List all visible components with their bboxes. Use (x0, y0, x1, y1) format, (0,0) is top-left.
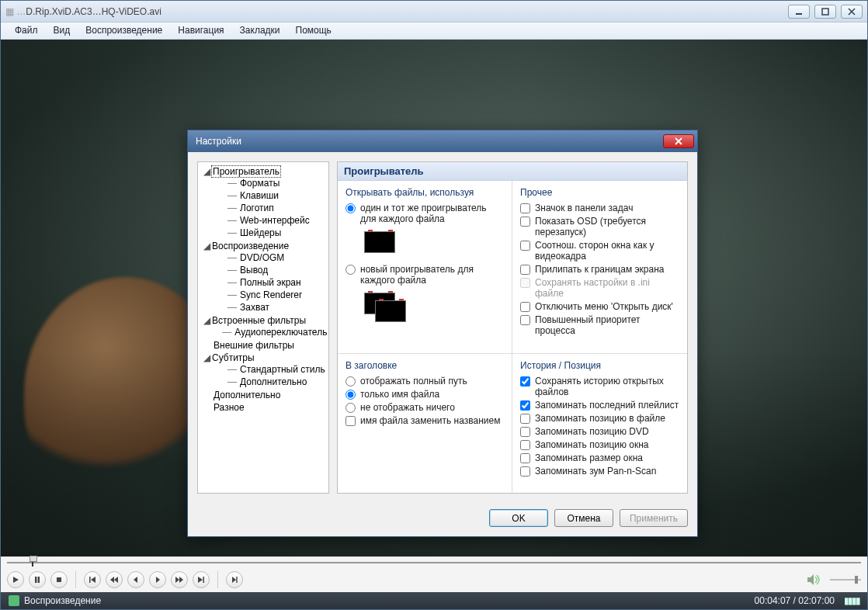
ok-button[interactable]: OK (489, 509, 548, 527)
volume-slider[interactable] (830, 576, 861, 584)
statusbar: Воспроизведение 00:04:07 / 02:07:00 ▮▮▮▮ (1, 592, 867, 609)
check-remember-window-size[interactable]: Запоминать размер окна (520, 452, 679, 463)
tree-audio-switcher[interactable]: ·—Аудиопереключатель (214, 326, 327, 338)
separator (75, 571, 76, 588)
group-history-title: История / Позиция (520, 360, 679, 371)
tree-default-style[interactable]: ·—Стандартный стиль (214, 363, 327, 376)
stop-button[interactable] (50, 571, 68, 588)
group-misc-title: Прочее (520, 187, 679, 198)
app-window: ▦ …D.Rip.XviD.AC3…HQ-ViDEO.avi Файл Вид … (0, 0, 868, 610)
tree-internal-filters[interactable]: ◢Встроенные фильтры ·—Аудиопереключатель (200, 314, 327, 339)
radio-title-fullpath[interactable]: отображать полный путь (345, 376, 504, 386)
pause-button[interactable] (29, 571, 46, 588)
menubar: Файл Вид Воспроизведение Навигация Закла… (1, 23, 867, 40)
svg-marker-2 (13, 577, 19, 583)
tree-external-filters[interactable]: ·Внешние фильтры (200, 339, 327, 352)
tree-formats[interactable]: ·—Форматы (214, 177, 327, 189)
tree-subtitles[interactable]: ◢Субтитры ·—Стандартный стиль ·—Дополнит… (200, 352, 327, 389)
forward-small-button[interactable] (149, 571, 166, 588)
dialog-title: Настройки (196, 136, 241, 147)
svg-marker-8 (110, 577, 114, 583)
tree-keys[interactable]: ·—Клавиши (214, 189, 327, 202)
svg-rect-6 (89, 577, 91, 583)
check-aspect-window[interactable]: Соотнош. сторон окна как у видеокадра (520, 240, 679, 262)
radio-title-filename[interactable]: только имя файла (345, 389, 504, 400)
svg-rect-4 (38, 577, 40, 583)
settings-tree[interactable]: ◢Проигрыватель ·—Форматы ·—Клавиши ·—Лог… (197, 161, 329, 494)
tree-misc[interactable]: ·Разное (200, 401, 327, 414)
radio-title-nothing[interactable]: не отображать ничего (345, 402, 504, 413)
svg-rect-5 (57, 577, 61, 582)
svg-marker-11 (156, 577, 160, 583)
check-remember-playlist[interactable]: Запоминать последний плейлист (520, 400, 679, 411)
separator (217, 571, 218, 588)
play-button[interactable] (7, 571, 24, 588)
menu-playback[interactable]: Воспроизведение (78, 23, 170, 39)
tree-advanced[interactable]: ·Дополнительно (200, 389, 327, 401)
tree-logo[interactable]: ·—Логотип (214, 202, 327, 214)
skip-forward-button[interactable] (193, 571, 210, 588)
skip-back-button[interactable] (84, 571, 101, 588)
rewind-small-button[interactable] (127, 571, 144, 588)
check-disable-open-disc[interactable]: Отключить меню 'Открыть диск' (520, 301, 679, 312)
dialog-close-button[interactable] (663, 134, 694, 148)
tree-player[interactable]: ◢Проигрыватель ·—Форматы ·—Клавиши ·—Лог… (200, 165, 327, 240)
status-icon (9, 595, 19, 606)
tree-fullscreen[interactable]: ·—Полный экран (214, 276, 327, 289)
seek-bar[interactable] (1, 556, 867, 567)
maximize-button[interactable] (814, 5, 836, 19)
video-area[interactable]: Настройки ◢Проигрыватель ·—Форматы ·—Кла… (1, 40, 867, 556)
dialog-titlebar[interactable]: Настройки (188, 130, 697, 152)
tree-shaders[interactable]: ·—Шейдеры (214, 227, 327, 239)
svg-rect-17 (236, 577, 237, 583)
tree-dvd-ogm[interactable]: ·—DVD/OGM (214, 251, 327, 264)
check-save-ini: Сохранять настройки в .ini файле (520, 277, 679, 299)
group-open-files: Открывать файлы, используя один и тот же… (338, 181, 512, 354)
radio-new-player[interactable]: новый проигрыватель для каждого файла (345, 264, 504, 286)
svg-marker-18 (807, 574, 814, 585)
time-display: 00:04:07 / 02:07:00 (755, 595, 835, 606)
content-heading: Проигрыватель (338, 162, 687, 181)
check-snap-edges[interactable]: Прилипать к границам экрана (520, 264, 679, 275)
multi-player-icon (364, 293, 395, 324)
menu-view[interactable]: Вид (46, 23, 78, 39)
seek-thumb[interactable] (32, 559, 33, 567)
rewind-large-button[interactable] (106, 571, 123, 588)
check-remember-window-pos[interactable]: Запоминать позицию окна (520, 439, 679, 450)
tree-web-interface[interactable]: ·—Web-интерфейс (214, 214, 327, 227)
menu-bookmarks[interactable]: Закладки (232, 23, 288, 39)
cancel-button[interactable]: Отмена (554, 509, 613, 527)
menu-file[interactable]: Файл (7, 23, 46, 39)
svg-marker-12 (175, 577, 179, 583)
check-remember-dvd-pos[interactable]: Запоминать позицию DVD (520, 426, 679, 437)
tree-sync-renderer[interactable]: ·—Sync Renderer (214, 289, 327, 301)
playback-controls (1, 567, 867, 592)
forward-large-button[interactable] (171, 571, 188, 588)
group-titlebar-title: В заголовке (345, 360, 504, 371)
svg-marker-13 (179, 577, 183, 583)
menu-navigation[interactable]: Навигация (170, 23, 231, 39)
close-button[interactable] (841, 5, 863, 19)
tree-playback[interactable]: ◢Воспроизведение ·—DVD/OGM ·—Вывод ·—Пол… (200, 240, 327, 314)
check-remember-pns-zoom[interactable]: Запоминать зум Pan-n-Scan (520, 466, 679, 477)
tree-output[interactable]: ·—Вывод (214, 264, 327, 276)
group-titlebar: В заголовке отображать полный путь тольк… (338, 354, 512, 494)
svg-marker-16 (232, 577, 236, 583)
volume-icon[interactable] (807, 574, 822, 586)
menu-help[interactable]: Помощь (288, 23, 339, 39)
radio-same-player[interactable]: один и тот же проигрыватель для каждого … (345, 203, 504, 224)
eq-icon[interactable]: ▮▮▮▮ (844, 595, 859, 606)
check-high-priority[interactable]: Повышенный приоритет процесса (520, 314, 679, 336)
check-remember-file-pos[interactable]: Запоминать позицию в файле (520, 413, 679, 424)
check-tray-icon[interactable]: Значок в панели задач (520, 203, 679, 213)
check-show-osd[interactable]: Показать OSD (требуется перезапуск) (520, 216, 679, 237)
group-misc: Прочее Значок в панели задач Показать OS… (512, 181, 687, 354)
minimize-button[interactable] (788, 5, 810, 19)
tree-capture[interactable]: ·—Захват (214, 301, 327, 314)
check-title-replace[interactable]: имя файла заменить названием (345, 415, 504, 426)
app-titlebar[interactable]: ▦ …D.Rip.XviD.AC3…HQ-ViDEO.avi (1, 1, 867, 23)
group-history: История / Позиция Сохранять историю откр… (512, 354, 687, 494)
tree-subtitles-misc[interactable]: ·—Дополнительно (214, 376, 327, 388)
step-button[interactable] (226, 571, 243, 588)
check-keep-history[interactable]: Сохранять историю открытых файлов (520, 376, 679, 397)
